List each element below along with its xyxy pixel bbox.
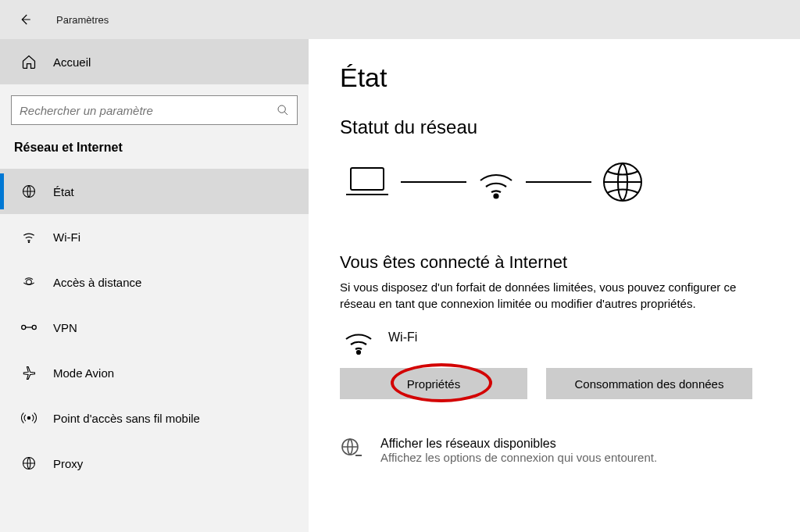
sidebar-item-proxy[interactable]: Proxy <box>0 441 309 486</box>
sidebar-item-label: Mode Avion <box>53 366 114 380</box>
svg-point-4 <box>22 325 26 329</box>
sidebar-item-dialup[interactable]: Accès à distance <box>0 259 309 305</box>
hotspot-icon <box>20 409 38 427</box>
show-networks-subtitle: Affichez les options de connexion qui vo… <box>380 451 657 464</box>
sidebar: Accueil Réseau et Internet État Wi-Fi <box>0 39 309 532</box>
wifi-icon <box>343 327 374 355</box>
sidebar-item-label: Wi-Fi <box>53 230 80 244</box>
globe-icon <box>20 183 38 200</box>
search-icon <box>277 104 289 116</box>
globe-large-icon <box>601 160 645 204</box>
connected-description: Si vous disposez d'un forfait de données… <box>340 279 769 312</box>
svg-point-3 <box>27 280 32 285</box>
sidebar-item-hotspot[interactable]: Point d'accès sans fil mobile <box>0 395 309 441</box>
connected-heading: Vous êtes connecté à Internet <box>340 252 769 273</box>
dialup-icon <box>20 273 38 291</box>
svg-rect-8 <box>351 168 384 190</box>
sidebar-home-label: Accueil <box>53 55 91 69</box>
current-connection: Wi-Fi <box>340 327 769 355</box>
sidebar-item-vpn[interactable]: VPN <box>0 305 309 350</box>
sidebar-item-label: Accès à distance <box>53 276 141 289</box>
sidebar-item-etat[interactable]: État <box>0 169 309 214</box>
properties-button[interactable]: Propriétés <box>340 368 527 399</box>
titlebar: Paramètres <box>0 0 800 39</box>
connection-name: Wi-Fi <box>388 330 417 345</box>
search-input[interactable] <box>20 104 270 117</box>
data-usage-button[interactable]: Consommation des données <box>546 368 752 399</box>
sidebar-item-label: Proxy <box>53 457 83 470</box>
show-networks-link[interactable]: Afficher les réseaux disponibles Affiche… <box>340 437 769 464</box>
airplane-icon <box>20 364 38 381</box>
page-title: État <box>340 62 769 93</box>
svg-point-5 <box>32 325 36 329</box>
svg-point-11 <box>357 351 360 354</box>
svg-point-9 <box>495 195 498 198</box>
svg-point-2 <box>28 241 29 242</box>
laptop-icon <box>343 163 391 201</box>
search-box[interactable] <box>11 95 298 125</box>
sidebar-item-label: Point d'accès sans fil mobile <box>53 412 200 425</box>
home-icon <box>20 53 38 70</box>
diagram-line <box>401 181 466 183</box>
svg-point-6 <box>27 416 30 419</box>
proxy-icon <box>20 455 38 472</box>
window-title: Paramètres <box>56 14 109 26</box>
arrow-left-icon <box>18 12 32 27</box>
network-diagram <box>340 160 769 204</box>
sidebar-home[interactable]: Accueil <box>0 39 309 84</box>
show-networks-title: Afficher les réseaux disponibles <box>380 437 657 451</box>
svg-point-0 <box>278 105 285 112</box>
status-heading: Statut du réseau <box>340 116 769 138</box>
sidebar-item-airplane[interactable]: Mode Avion <box>0 350 309 395</box>
sidebar-item-label: État <box>53 185 74 198</box>
back-button[interactable] <box>16 10 34 29</box>
wifi-signal-icon <box>476 163 516 201</box>
diagram-line <box>526 181 591 183</box>
sidebar-item-label: VPN <box>53 321 77 334</box>
sidebar-section-title: Réseau et Internet <box>0 141 309 169</box>
content-pane: État Statut du réseau Vous êtes connecté… <box>309 39 800 532</box>
globe-search-icon <box>340 437 363 460</box>
sidebar-item-wifi[interactable]: Wi-Fi <box>0 214 309 259</box>
wifi-icon <box>20 228 38 245</box>
vpn-icon <box>20 319 38 336</box>
